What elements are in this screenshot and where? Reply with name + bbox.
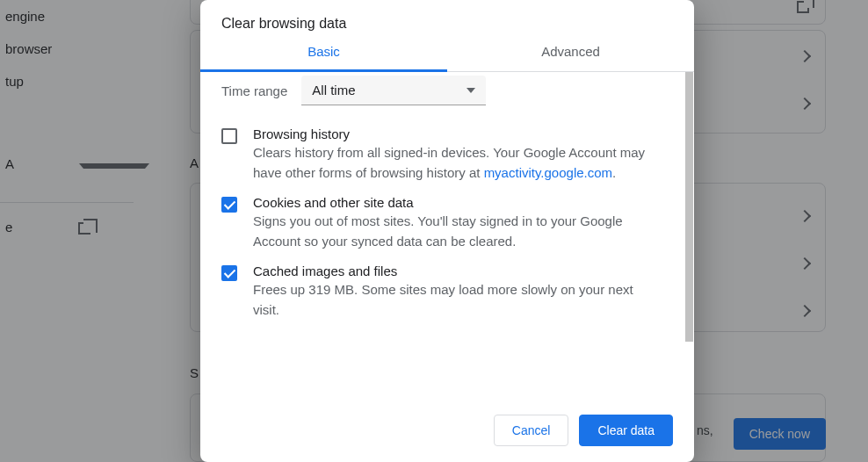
time-range-row: Time range All time (200, 72, 684, 114)
option-title: Browsing history (253, 126, 662, 141)
dialog-scrollbar[interactable] (684, 72, 694, 401)
option-description: Signs you out of most sites. You'll stay… (253, 212, 662, 251)
myactivity-link[interactable]: myactivity.google.com (484, 165, 612, 180)
option-cached: Cached images and files Frees up 319 MB.… (200, 251, 684, 320)
chevron-down-icon (467, 88, 475, 93)
cancel-button[interactable]: Cancel (494, 415, 569, 446)
option-browsing-history: Browsing history Clears history from all… (200, 114, 684, 183)
clear-data-button[interactable]: Clear data (579, 415, 673, 446)
dialog-title: Clear browsing data (200, 0, 694, 44)
option-description: Frees up 319 MB. Some sites may load mor… (253, 280, 662, 320)
option-title: Cookies and other site data (253, 195, 662, 210)
checkbox-cached[interactable] (221, 265, 237, 320)
clear-browsing-data-dialog: Clear browsing data Basic Advanced Time … (200, 0, 694, 462)
dialog-tabs: Basic Advanced (200, 44, 694, 72)
option-cookies: Cookies and other site data Signs you ou… (200, 183, 684, 251)
dialog-scroll-area: Time range All time Browsing history Cle… (200, 72, 684, 401)
tab-advanced[interactable]: Advanced (447, 44, 694, 71)
dialog-body: Time range All time Browsing history Cle… (200, 72, 694, 401)
option-description: Clears history from all signed-in device… (253, 143, 662, 183)
checkbox-browsing-history[interactable] (221, 128, 237, 183)
tab-basic[interactable]: Basic (200, 44, 447, 72)
time-range-value: All time (312, 83, 355, 97)
time-range-label: Time range (221, 83, 287, 98)
time-range-select[interactable]: All time (301, 76, 486, 105)
scrollbar-thumb[interactable] (685, 72, 693, 342)
dialog-actions: Cancel Clear data (200, 401, 694, 462)
checkbox-cookies[interactable] (221, 197, 237, 251)
option-title: Cached images and files (253, 263, 662, 278)
